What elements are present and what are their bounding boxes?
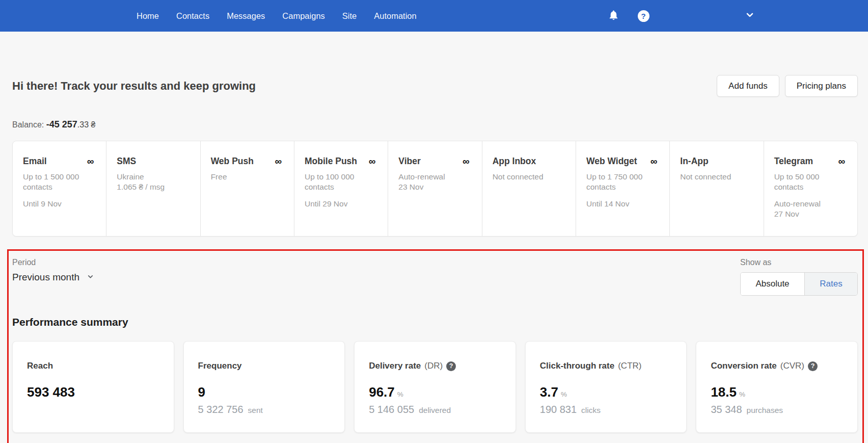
stat-label: Conversion rate: [711, 361, 776, 371]
nav-item-contacts[interactable]: Contacts: [176, 11, 209, 21]
show-as-toggle: Absolute Rates: [740, 272, 858, 296]
infinity-icon: ∞: [650, 157, 658, 166]
period-label: Period: [12, 258, 94, 267]
stat-value: 96.7: [369, 384, 395, 400]
infinity-icon: ∞: [838, 157, 845, 166]
stat-abbr: (DR): [424, 361, 443, 371]
stat-sub-value: 5 146 055: [369, 404, 414, 415]
stat-label: Frequency: [198, 361, 242, 371]
account-menu-button[interactable]: [740, 0, 760, 32]
stat-sub-label: sent: [248, 406, 263, 415]
show-as-label: Show as: [740, 258, 858, 267]
stat-sub-label: delivered: [419, 406, 451, 415]
channel-desc: Ukraine 1.065 ₴ / msg: [117, 172, 191, 192]
channel-viber[interactable]: Viber∞ Auto-renewal 23 Nov: [388, 141, 481, 236]
nav-item-automation[interactable]: Automation: [374, 11, 416, 21]
channel-email[interactable]: Email∞ Up to 1 500 000 contacts Until 9 …: [13, 141, 106, 236]
channel-footer: Until 9 Nov: [23, 199, 97, 209]
channel-desc: Free: [211, 172, 285, 182]
channel-mobile-push[interactable]: Mobile Push∞ Up to 100 000 contacts Unti…: [294, 141, 388, 236]
stat-value: 9: [198, 384, 205, 400]
channel-title: Viber: [398, 156, 420, 167]
channel-title: App Inbox: [493, 156, 536, 167]
performance-summary-title: Performance summary: [12, 316, 858, 328]
infinity-icon: ∞: [275, 157, 282, 166]
notifications-button[interactable]: [603, 0, 623, 32]
main-menu: Home Contacts Messages Campaigns Site Au…: [137, 11, 417, 21]
bell-icon: [608, 9, 619, 23]
stat-unit: %: [739, 390, 745, 398]
channel-footer: Auto-renewal 27 Nov: [774, 199, 848, 219]
question-mark-icon: ?: [638, 10, 649, 22]
stat-value: 3.7: [540, 384, 558, 400]
stat-sub-value: 35 348: [711, 404, 742, 415]
nav-item-home[interactable]: Home: [137, 11, 159, 21]
channel-title: Mobile Push: [305, 156, 357, 167]
period-dropdown[interactable]: Previous month: [12, 272, 94, 283]
stat-card-frequency: Frequency 9 5 322 756sent: [183, 341, 345, 433]
channel-title: SMS: [117, 156, 136, 167]
nav-item-campaigns[interactable]: Campaigns: [282, 11, 324, 21]
stat-sub-label: purchases: [747, 406, 783, 415]
stat-abbr: (CTR): [618, 361, 641, 371]
infinity-icon: ∞: [87, 157, 94, 166]
help-button[interactable]: ?: [633, 0, 654, 32]
help-tooltip-icon[interactable]: ?: [446, 361, 456, 371]
page-title: Hi there! Track your results and keep gr…: [12, 80, 256, 93]
channel-desc: Up to 50 000 contacts: [774, 172, 848, 192]
channel-desc: Up to 1 750 000 contacts: [586, 172, 660, 192]
nav-item-messages[interactable]: Messages: [227, 11, 265, 21]
help-tooltip-icon[interactable]: ?: [808, 361, 818, 371]
channel-desc: Up to 1 500 000 contacts: [23, 172, 97, 192]
channel-title: Telegram: [774, 156, 813, 167]
absolute-toggle-button[interactable]: Absolute: [741, 273, 804, 295]
nav-item-site[interactable]: Site: [342, 11, 357, 21]
stat-unit: %: [397, 390, 403, 398]
pricing-plans-button[interactable]: Pricing plans: [785, 75, 858, 97]
show-as-filter: Show as Absolute Rates: [740, 258, 858, 296]
stat-value: 593 483: [27, 384, 75, 400]
balance-fraction: .33 ₴: [77, 120, 96, 129]
stat-card-conversion-rate: Conversion rate (CVR) ? 18.5% 35 348purc…: [696, 341, 858, 433]
performance-cards: Reach 593 483 Frequency 9 5 322 756sent …: [12, 341, 858, 433]
balance-amount: -45 257: [46, 119, 77, 129]
header-buttons: Add funds Pricing plans: [717, 75, 858, 97]
stat-card-delivery-rate: Delivery rate (DR) ? 96.7% 5 146 055deli…: [354, 341, 516, 433]
add-funds-button[interactable]: Add funds: [717, 75, 779, 97]
rates-toggle-button[interactable]: Rates: [804, 273, 857, 295]
channel-title: In-App: [680, 156, 708, 167]
stat-label: Reach: [27, 361, 53, 371]
stat-abbr: (CVR): [780, 361, 804, 371]
channel-web-widget[interactable]: Web Widget∞ Up to 1 750 000 contacts Unt…: [576, 141, 669, 236]
stat-value: 18.5: [711, 384, 737, 400]
channel-app-inbox[interactable]: App Inbox Not connected: [482, 141, 576, 236]
channel-footer: Until 29 Nov: [305, 199, 378, 209]
period-value: Previous month: [12, 272, 79, 283]
channel-web-push[interactable]: Web Push∞ Free: [200, 141, 294, 236]
channel-sms[interactable]: SMS Ukraine 1.065 ₴ / msg: [106, 141, 200, 236]
chevron-down-icon: [87, 272, 94, 283]
channel-desc: Not connected: [493, 172, 566, 182]
stat-sub-value: 5 322 756: [198, 404, 243, 415]
channel-telegram[interactable]: Telegram∞ Up to 50 000 contacts Auto-ren…: [764, 141, 857, 236]
page-header: Hi there! Track your results and keep gr…: [12, 75, 858, 97]
infinity-icon: ∞: [463, 157, 470, 166]
channel-desc: Auto-renewal 23 Nov: [398, 172, 472, 192]
channels-card: Email∞ Up to 1 500 000 contacts Until 9 …: [12, 141, 858, 237]
stat-sub-label: clicks: [581, 406, 601, 415]
chevron-down-icon: [745, 10, 755, 22]
stat-card-click-through-rate: Click-through rate (CTR) 3.7% 190 831cli…: [525, 341, 687, 433]
annotation-highlight-box: Period Previous month Show as Absolute R…: [7, 249, 864, 443]
channel-title: Web Push: [211, 156, 254, 167]
infinity-icon: ∞: [369, 157, 376, 166]
channel-title: Web Widget: [586, 156, 637, 167]
stat-card-reach: Reach 593 483: [12, 341, 174, 433]
channel-desc: Up to 100 000 contacts: [305, 172, 378, 192]
balance-label: Balance:: [12, 120, 46, 129]
channel-in-app[interactable]: In-App Not connected: [669, 141, 763, 236]
balance: Balance: -45 257.33 ₴: [12, 119, 858, 130]
channel-desc: Not connected: [680, 172, 754, 182]
stat-sub-value: 190 831: [540, 404, 577, 415]
stat-label: Delivery rate: [369, 361, 421, 371]
channel-footer: Until 14 Nov: [586, 199, 660, 209]
